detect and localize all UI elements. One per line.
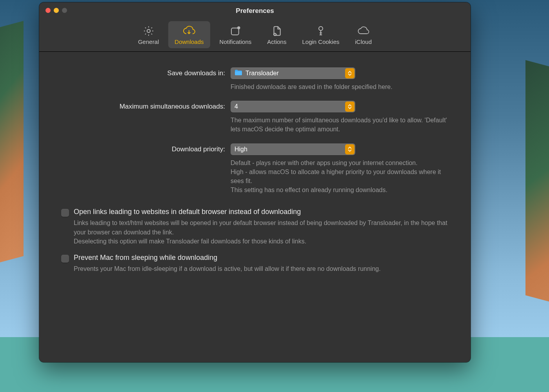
tab-label: Login Cookies	[302, 38, 339, 45]
close-window-button[interactable]	[45, 8, 51, 13]
traffic-lights	[45, 8, 67, 13]
save-downloads-popup[interactable]: Transloader	[231, 67, 355, 79]
max-downloads-label: Maximum simultaneous downloads:	[50, 101, 231, 111]
prevent-sleep-title: Prevent Mac from sleeping while download…	[74, 254, 381, 262]
gear-icon	[143, 24, 155, 38]
preferences-toolbar: General Downloads Notifications	[39, 20, 471, 52]
svg-point-3	[274, 33, 276, 36]
svg-point-0	[147, 29, 150, 33]
tab-label: Actions	[267, 38, 286, 45]
row-max-downloads: Maximum simultaneous downloads: 4 The ma…	[50, 101, 460, 134]
open-links-checkbox[interactable]	[61, 209, 69, 217]
prevent-sleep-help: Prevents your Mac from idle-sleeping if …	[74, 264, 381, 273]
save-downloads-value: Transloader	[245, 70, 279, 77]
max-downloads-help: The maximum number of simultaneous downl…	[231, 116, 450, 134]
tab-downloads[interactable]: Downloads	[168, 21, 210, 48]
max-downloads-value: 4	[235, 103, 238, 110]
preferences-content: Save downloads in: Transloader	[39, 52, 471, 292]
tab-label: Notifications	[220, 38, 252, 45]
folder-icon	[235, 69, 242, 77]
prevent-sleep-checkbox[interactable]	[61, 255, 69, 263]
save-downloads-label: Save downloads in:	[50, 67, 231, 77]
svg-rect-5	[235, 71, 242, 75]
tab-actions[interactable]: Actions	[261, 21, 293, 48]
save-downloads-help: Finished downloads are saved in the fold…	[231, 82, 450, 91]
svg-rect-1	[231, 28, 239, 35]
download-priority-help: Default - plays nicer with other apps us…	[231, 158, 450, 195]
cloud-download-icon	[182, 24, 196, 38]
window-title: Preferences	[39, 7, 471, 15]
tab-label: iCloud	[355, 38, 372, 45]
tab-icloud[interactable]: iCloud	[349, 21, 378, 48]
titlebar: Preferences	[39, 2, 471, 20]
preferences-window: Preferences General Downloads	[39, 2, 471, 362]
popup-arrows-icon	[345, 102, 354, 112]
tab-label: Downloads	[175, 38, 204, 45]
download-priority-value: High	[235, 146, 247, 153]
row-open-links: Open links leading to websites in defaul…	[50, 208, 460, 254]
download-priority-label: Download priority:	[50, 143, 231, 153]
tab-general[interactable]: General	[132, 21, 165, 48]
svg-point-2	[237, 26, 240, 29]
open-links-help: Links leading to text/html websites will…	[74, 218, 460, 246]
minimize-window-button[interactable]	[54, 8, 59, 13]
tab-login-cookies[interactable]: Login Cookies	[296, 21, 345, 48]
max-downloads-popup[interactable]: 4	[231, 101, 355, 113]
notifications-icon	[229, 24, 241, 38]
actions-icon	[271, 24, 283, 38]
open-links-title: Open links leading to websites in defaul…	[74, 208, 460, 216]
row-prevent-sleep: Prevent Mac from sleeping while download…	[50, 254, 460, 281]
zoom-window-button[interactable]	[62, 8, 67, 13]
tab-notifications[interactable]: Notifications	[213, 21, 258, 48]
popup-arrows-icon	[345, 144, 354, 154]
svg-point-4	[319, 27, 323, 31]
cloud-icon	[357, 24, 370, 38]
row-save-downloads: Save downloads in: Transloader	[50, 67, 460, 91]
download-priority-popup[interactable]: High	[231, 143, 355, 155]
row-download-priority: Download priority: High Default - plays …	[50, 143, 460, 195]
popup-arrows-icon	[345, 68, 354, 78]
key-icon	[315, 24, 327, 38]
tab-label: General	[138, 38, 159, 45]
